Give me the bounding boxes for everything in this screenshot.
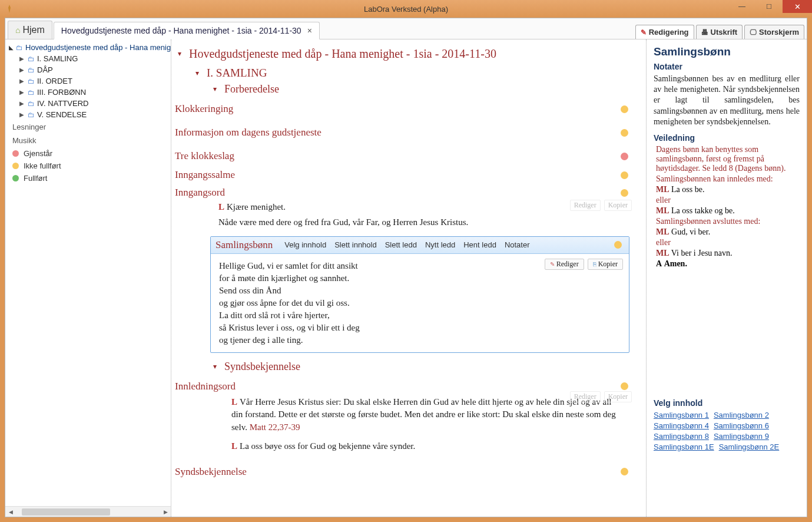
minimize-button[interactable] bbox=[728, 0, 755, 13]
expand-icon[interactable]: ▶ bbox=[19, 67, 25, 73]
item-inngangssalme[interactable]: Inngangssalme bbox=[175, 168, 639, 183]
link-samlingsbonn-9[interactable]: Samlingsbønn 9 bbox=[714, 432, 769, 441]
act-slett-ledd[interactable]: Slett ledd bbox=[385, 240, 417, 249]
body-line: Nåde være med dere og fred fra Gud, vår … bbox=[218, 215, 639, 230]
item-klokkeringing[interactable]: Klokkeringing bbox=[175, 97, 639, 121]
rediger-button-ghost[interactable]: Rediger bbox=[570, 200, 601, 211]
tab-document[interactable]: Hovedgudstjeneste med dåp - Hana menighe… bbox=[54, 22, 320, 39]
scroll-left-icon[interactable]: ◀ bbox=[5, 507, 16, 517]
home-icon: ⌂ bbox=[15, 25, 20, 35]
collapse-icon[interactable]: ▾ bbox=[210, 362, 220, 371]
scroll-right-icon[interactable]: ▶ bbox=[160, 507, 171, 517]
act-hent-ledd[interactable]: Hent ledd bbox=[463, 240, 496, 249]
section-forberedelse[interactable]: ▾ Forberedelse bbox=[175, 81, 639, 97]
tree-item-forbonn[interactable]: ▶🗀III. FORBØNN bbox=[18, 87, 168, 98]
tree-item-sendelse[interactable]: ▶🗀V. SENDELSE bbox=[18, 109, 168, 120]
act-notater[interactable]: Notater bbox=[505, 240, 530, 249]
collapse-icon[interactable]: ▾ bbox=[175, 49, 184, 58]
collapse-icon[interactable]: ▾ bbox=[210, 85, 220, 94]
guide-line: ML Gud, vi ber. bbox=[656, 227, 800, 237]
guide-line: Dagens bønn kan benyttes som samlingsbøn… bbox=[656, 145, 800, 173]
section-samling[interactable]: ▾ I. SAMLING bbox=[175, 65, 639, 81]
status-dot-icon bbox=[621, 189, 628, 197]
act-nytt-ledd[interactable]: Nytt ledd bbox=[425, 240, 455, 249]
sel-body: ✎Rediger ⎘Kopier Hellige Gud, vi er saml… bbox=[211, 254, 629, 352]
tab-utskrift[interactable]: 🖶Utskrift bbox=[696, 25, 743, 39]
tree-item-dap[interactable]: ▶🗀DÅP bbox=[18, 64, 168, 75]
legend-done: Fullført bbox=[8, 172, 168, 184]
status-dot-icon bbox=[621, 382, 628, 390]
rp-sub-notater: Notater bbox=[654, 62, 800, 71]
doc-title: Hovedgudstjeneste med dåp - Hana menighe… bbox=[189, 45, 496, 63]
kopier-button-ghost[interactable]: Kopier bbox=[604, 200, 632, 211]
collapse-icon[interactable]: ▾ bbox=[193, 69, 202, 78]
tree-item-ordet[interactable]: ▶🗀II. ORDET bbox=[18, 75, 168, 87]
link-samlingsbonn-2e[interactable]: Samlingsbønn 2E bbox=[719, 442, 780, 451]
link-samlingsbonn-6[interactable]: Samlingsbønn 6 bbox=[714, 421, 769, 430]
item-treklokkeslag[interactable]: Tre klokkeslag bbox=[175, 144, 639, 168]
expand-icon[interactable]: ▶ bbox=[19, 55, 25, 62]
screen-icon: 🖵 bbox=[750, 28, 757, 37]
tree-item-nattverd[interactable]: ▶🗀IV. NATTVERD bbox=[18, 98, 168, 109]
side-lesninger[interactable]: Lesninger bbox=[8, 120, 168, 134]
link-samlingsbonn-1e[interactable]: Samlingsbønn 1E bbox=[654, 442, 714, 451]
act-velg-innhold[interactable]: Velg innhold bbox=[284, 240, 326, 249]
expand-icon[interactable]: ▶ bbox=[19, 78, 25, 84]
main-area: ◣ 🗀 Hovedgudstjeneste med dåp - Hana men… bbox=[5, 39, 807, 517]
window-buttons bbox=[728, 0, 812, 13]
close-button[interactable] bbox=[783, 0, 812, 13]
body-paragraph: LVår Herre Jesus Kristus sier: Du skal e… bbox=[231, 395, 621, 435]
tab-home-label: Hjem bbox=[22, 25, 44, 35]
scroll-track[interactable] bbox=[16, 508, 160, 516]
guide-line: Samlingsbønnen kan innledes med: bbox=[656, 174, 800, 184]
sidebar-h-scrollbar[interactable]: ◀ ▶ bbox=[5, 506, 171, 517]
rp-sub-velg: Velg innhold bbox=[654, 398, 800, 408]
link-samlingsbonn-4[interactable]: Samlingsbønn 4 bbox=[654, 421, 709, 430]
tree-item-samling[interactable]: ▶🗀I. SAMLING bbox=[18, 53, 168, 64]
inngangsord-body: Rediger Kopier LKjære menighet. Nåde vær… bbox=[175, 200, 639, 230]
expand-icon[interactable]: ▶ bbox=[19, 89, 25, 95]
print-icon: 🖶 bbox=[701, 28, 708, 37]
tab-close-icon[interactable]: × bbox=[307, 26, 312, 35]
tree-children: ▶🗀I. SAMLING ▶🗀DÅP ▶🗀II. ORDET ▶🗀III. FO… bbox=[8, 53, 168, 120]
maximize-button[interactable] bbox=[755, 0, 783, 13]
link-samlingsbonn-2[interactable]: Samlingsbønn 2 bbox=[714, 411, 769, 419]
status-dot-icon bbox=[621, 129, 628, 137]
folder-icon: 🗀 bbox=[28, 111, 35, 119]
expand-icon[interactable]: ▶ bbox=[19, 111, 25, 118]
item-info[interactable]: Informasjon om dagens gudstjeneste bbox=[175, 121, 639, 144]
tab-home[interactable]: ⌂ Hjem bbox=[8, 21, 52, 39]
link-row: Samlingsbønn 8Samlingsbønn 9 bbox=[654, 431, 800, 441]
folder-icon: 🗀 bbox=[28, 100, 35, 108]
guide-line: eller bbox=[656, 238, 800, 247]
l-prefix: L bbox=[218, 202, 224, 212]
kopier-button[interactable]: ⎘Kopier bbox=[588, 259, 623, 270]
status-dot-icon bbox=[621, 105, 628, 113]
legend-remain: Gjenstår bbox=[8, 147, 168, 160]
section-syndsbekjennelse[interactable]: ▾ Syndsbekjennelse bbox=[175, 359, 639, 375]
act-slett-innhold[interactable]: Slett innhold bbox=[334, 240, 377, 249]
item-inngangsord[interactable]: Inngangsord bbox=[175, 183, 639, 200]
tab-storskjerm[interactable]: 🖵Storskjerm bbox=[744, 25, 804, 39]
rp-sub-veiledning: Veiledning bbox=[654, 133, 800, 143]
sel-line: og gjør oss åpne for det du vil gi oss. bbox=[219, 297, 621, 309]
kopier-button-ghost[interactable]: Kopier bbox=[604, 391, 632, 402]
tab-redigering[interactable]: ✎Redigering bbox=[635, 25, 694, 39]
status-dot-icon bbox=[621, 468, 628, 475]
titlebar: LabOra Verksted (Alpha) bbox=[0, 0, 812, 18]
link-samlingsbonn-8[interactable]: Samlingsbønn 8 bbox=[654, 432, 709, 441]
rediger-button-ghost[interactable]: Rediger bbox=[570, 391, 601, 402]
tree-root[interactable]: ◣ 🗀 Hovedgudstjeneste med dåp - Hana men… bbox=[8, 42, 168, 53]
item-syndsbekjennelse-sub[interactable]: Syndsbekjennelse bbox=[175, 454, 639, 484]
expand-icon[interactable]: ▶ bbox=[19, 100, 25, 107]
scripture-ref: Matt 22,37-39 bbox=[250, 422, 300, 432]
status-dot-icon bbox=[621, 153, 628, 160]
sel-title: Samlingsbønn bbox=[216, 239, 273, 251]
link-samlingsbonn-1[interactable]: Samlingsbønn 1 bbox=[654, 411, 709, 419]
sel-line: og tjener deg i alle ting. bbox=[219, 334, 621, 346]
rediger-button[interactable]: ✎Rediger bbox=[545, 259, 584, 270]
side-musikk[interactable]: Musikk bbox=[8, 134, 168, 147]
scroll-thumb[interactable] bbox=[22, 508, 110, 516]
collapse-icon[interactable]: ◣ bbox=[9, 44, 14, 51]
guide-line: Samlingsbønnen avsluttes med: bbox=[656, 217, 800, 226]
